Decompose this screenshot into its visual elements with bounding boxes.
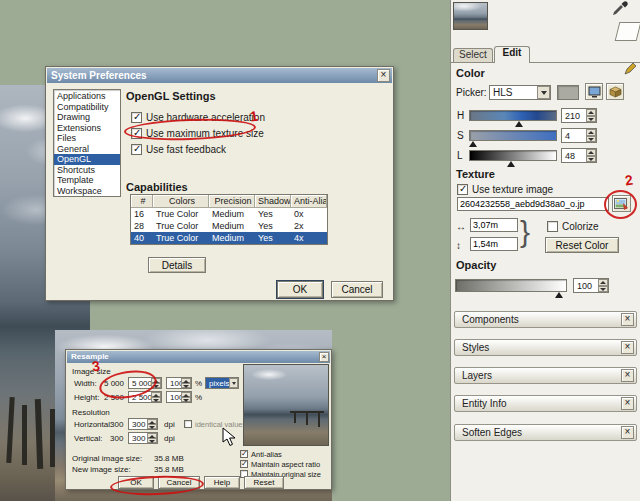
lightness-slider[interactable] bbox=[469, 150, 557, 161]
horizontal-resolution-input[interactable]: 300 bbox=[128, 418, 158, 430]
width-percent-input[interactable]: 100 bbox=[166, 377, 192, 389]
panel-styles[interactable]: Styles × bbox=[454, 339, 637, 356]
column-header[interactable]: Colors bbox=[153, 195, 209, 208]
picker-dropdown[interactable]: HLS bbox=[489, 85, 551, 100]
units-dropdown[interactable]: pixels bbox=[205, 377, 239, 389]
eyedropper-icon[interactable] bbox=[611, 1, 629, 17]
match-color-in-model-button[interactable] bbox=[606, 83, 624, 100]
spinner[interactable] bbox=[598, 279, 608, 292]
table-row-selected[interactable]: 40 True Color Medium Yes 4x bbox=[131, 232, 327, 244]
dialog-titlebar[interactable]: System Preferences bbox=[47, 68, 392, 83]
maintain-aspect-checkbox[interactable]: ✓ bbox=[240, 460, 248, 468]
details-button[interactable]: Details bbox=[148, 257, 206, 273]
panel-layers[interactable]: Layers × bbox=[454, 367, 637, 384]
texture-filename-field[interactable] bbox=[457, 197, 609, 211]
close-icon[interactable]: × bbox=[621, 397, 634, 410]
opacity-slider-thumb[interactable] bbox=[555, 292, 563, 298]
hardware-acceleration-checkbox[interactable]: ✓ bbox=[131, 112, 142, 123]
close-icon[interactable]: × bbox=[319, 352, 329, 362]
list-item[interactable]: Drawing bbox=[54, 112, 120, 123]
hue-value-field[interactable]: 210 bbox=[561, 108, 597, 123]
saturation-slider-thumb[interactable] bbox=[469, 141, 477, 147]
default-material-swatch[interactable] bbox=[615, 22, 640, 41]
list-item[interactable]: Shortcuts bbox=[54, 165, 120, 176]
close-icon[interactable]: × bbox=[621, 341, 634, 354]
hue-slider[interactable] bbox=[469, 110, 557, 121]
aspect-link-icon[interactable]: } bbox=[520, 215, 530, 249]
list-item[interactable]: Files bbox=[54, 133, 120, 144]
tab-select[interactable]: Select bbox=[453, 48, 493, 63]
panel-soften-edges[interactable]: Soften Edges × bbox=[454, 424, 637, 441]
table-row[interactable]: 28 True Color Medium Yes 2x bbox=[131, 220, 327, 232]
list-item[interactable]: General bbox=[54, 144, 120, 155]
chevron-down-icon[interactable] bbox=[229, 378, 238, 388]
cell: 4x bbox=[291, 232, 327, 244]
lightness-value-field[interactable]: 48 bbox=[561, 148, 597, 163]
column-header[interactable]: Shadows bbox=[255, 195, 291, 208]
horizontal-value: 300 bbox=[132, 420, 145, 429]
close-icon[interactable]: × bbox=[621, 426, 634, 439]
hue-slider-thumb[interactable] bbox=[515, 121, 523, 127]
list-item[interactable]: Applications bbox=[54, 91, 120, 102]
column-header[interactable]: Anti-Alias bbox=[291, 195, 327, 208]
height-percent-input[interactable]: 100 bbox=[166, 391, 192, 403]
spinner[interactable] bbox=[147, 419, 157, 429]
chevron-down-icon[interactable] bbox=[537, 86, 550, 99]
close-icon[interactable]: × bbox=[377, 69, 390, 82]
opacity-slider[interactable] bbox=[455, 279, 567, 292]
list-item[interactable]: Workspace bbox=[54, 186, 120, 197]
list-item[interactable]: Compatibility bbox=[54, 102, 120, 113]
spinner[interactable] bbox=[586, 109, 596, 122]
list-item[interactable]: Extensions bbox=[54, 123, 120, 134]
dialog-titlebar[interactable]: Resample bbox=[67, 351, 330, 363]
pier-post bbox=[318, 413, 320, 427]
column-header[interactable]: Precision bbox=[209, 195, 255, 208]
close-icon[interactable]: × bbox=[621, 369, 634, 382]
sample-paint-icon[interactable] bbox=[623, 63, 636, 76]
saturation-slider[interactable] bbox=[469, 130, 557, 141]
panel-title: Soften Edges bbox=[462, 427, 522, 438]
spinner[interactable] bbox=[147, 433, 157, 443]
column-header[interactable]: # bbox=[131, 195, 153, 208]
panel-entity-info[interactable]: Entity Info × bbox=[454, 395, 637, 412]
tab-select-label: Select bbox=[459, 49, 487, 60]
lightness-slider-thumb[interactable] bbox=[507, 161, 515, 167]
fast-feedback-checkbox[interactable]: ✓ bbox=[131, 144, 142, 155]
match-color-on-screen-button[interactable] bbox=[585, 83, 603, 100]
panel-components[interactable]: Components × bbox=[454, 311, 637, 328]
texture-height-field[interactable] bbox=[470, 237, 518, 251]
reset-button[interactable]: Reset bbox=[244, 476, 284, 489]
spinner[interactable] bbox=[586, 129, 596, 142]
reset-color-button[interactable]: Reset Color bbox=[545, 237, 619, 253]
tab-edit[interactable]: Edit bbox=[494, 46, 530, 63]
capabilities-table[interactable]: # Colors Precision Shadows Anti-Alias 16… bbox=[130, 194, 328, 245]
use-texture-checkbox[interactable]: ✓ bbox=[457, 184, 468, 195]
panel-title: Styles bbox=[462, 342, 489, 353]
identical-values-checkbox[interactable] bbox=[184, 420, 192, 428]
material-preview-thumbnail[interactable] bbox=[453, 2, 488, 30]
spinner[interactable] bbox=[151, 392, 161, 402]
spinner[interactable] bbox=[181, 392, 191, 402]
help-button[interactable]: Help bbox=[204, 476, 240, 489]
panel-title: Components bbox=[462, 314, 519, 325]
spinner[interactable] bbox=[181, 378, 191, 388]
table-row[interactable]: 16 True Color Medium Yes 0x bbox=[131, 208, 327, 220]
vertical-resolution-input[interactable]: 300 bbox=[128, 432, 158, 444]
percent-sign: % bbox=[195, 393, 202, 402]
saturation-value-field[interactable]: 4 bbox=[561, 128, 597, 143]
preference-category-list[interactable]: Applications Compatibility Drawing Exten… bbox=[53, 89, 121, 197]
cell: True Color bbox=[153, 208, 209, 220]
cancel-button[interactable]: Cancel bbox=[331, 281, 383, 298]
anti-alias-checkbox[interactable]: ✓ bbox=[240, 450, 248, 458]
texture-width-field[interactable] bbox=[470, 218, 518, 232]
opacity-value-field[interactable]: 100 bbox=[573, 278, 609, 293]
list-item[interactable]: Template bbox=[54, 175, 120, 186]
ok-button[interactable]: OK bbox=[277, 281, 323, 298]
list-item-selected[interactable]: OpenGL bbox=[54, 154, 120, 165]
tab-strip-divider bbox=[451, 62, 640, 63]
check-icon: ✓ bbox=[241, 449, 248, 458]
pier-post bbox=[35, 399, 43, 469]
close-icon[interactable]: × bbox=[621, 313, 634, 326]
colorize-checkbox[interactable] bbox=[547, 221, 558, 232]
spinner[interactable] bbox=[586, 149, 596, 162]
